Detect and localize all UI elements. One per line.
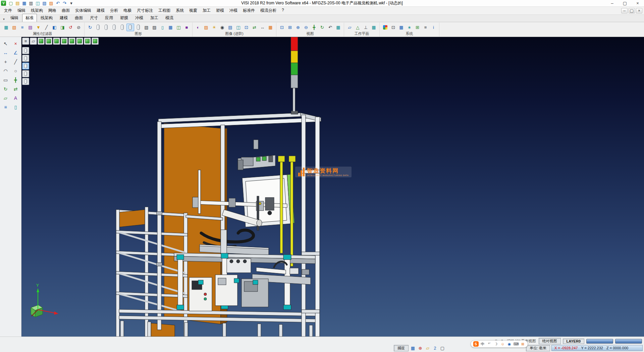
restore-button[interactable]: ▢ [619,0,631,6]
tab[interactable]: 线架构 [37,14,56,22]
machine-3d-model[interactable]: Y [21,37,644,337]
view-mode-box[interactable]: 绝对视图 [539,338,561,344]
menu-item[interactable]: 网格 [46,7,59,14]
mirror-icon[interactable]: ⇄ [11,85,20,93]
reset-filter-icon[interactable]: ↺ [67,24,74,31]
menu-item[interactable]: ? [279,7,287,14]
menu-item[interactable]: 建模 [94,7,107,14]
circle-icon[interactable]: ○ [11,67,20,75]
grid-display-icon[interactable]: ▦ [167,24,174,31]
paste-icon[interactable]: ▨ [48,0,54,6]
mdi-restore-button[interactable]: ▢ [629,8,635,13]
tab-overflow-dropdown[interactable]: ▾ [1,16,7,22]
workplane-3points-icon[interactable]: △ [354,24,362,31]
snapshot-icon[interactable]: ⊡ [243,24,250,31]
workplane-normal-icon[interactable]: ⊥ [362,24,370,31]
dimetric-view-icon[interactable] [92,38,99,45]
background-icon[interactable]: ▤ [226,24,234,31]
menu-item[interactable]: 工程图 [156,7,173,14]
measure-distance-icon[interactable]: ↔ [1,49,10,57]
tab[interactable]: 应用 [102,14,116,22]
menu-item[interactable]: 文件 [1,7,15,14]
front-view-icon[interactable] [53,38,60,45]
previous-view-icon[interactable]: ↶ [326,24,334,31]
text-icon[interactable]: A [11,94,20,102]
plot-icon[interactable]: ◫ [35,0,41,6]
tab[interactable]: 塑膜 [117,14,131,22]
layer-box[interactable]: LAYER0 [563,339,584,344]
menu-item[interactable]: 电极 [121,7,134,14]
type-filter-icon[interactable]: ▤ [26,24,34,31]
view-2-icon[interactable]: 2 [432,345,438,351]
mdi-minimize-button[interactable]: – [621,8,628,13]
redo-icon[interactable]: ↷ [61,0,68,6]
bottom-view-icon[interactable] [84,38,91,45]
menu-item[interactable]: 系统 [173,7,186,14]
arc-icon[interactable]: ◠ [1,67,10,75]
tab[interactable]: 冲模 [132,14,147,22]
apply-attributes-icon[interactable]: ◨ [59,24,66,31]
menu-item[interactable]: 尺寸标注 [134,7,156,14]
menu-item[interactable]: 编辑 [15,7,28,14]
render-settings-icon[interactable]: ■ [183,24,191,31]
ime-keyboard-icon[interactable]: ⌨ [513,341,519,347]
display-state-3-icon[interactable] [22,62,29,70]
attributes-icon[interactable]: ▦ [2,24,10,31]
view-slider-1[interactable] [586,339,613,344]
calculator-icon[interactable]: ⊞ [414,24,421,31]
pan-icon[interactable]: ╋ [310,24,318,31]
display-state-2-icon[interactable] [22,55,29,62]
match-properties-icon[interactable]: ◧ [51,24,58,31]
tab[interactable]: 模流 [162,14,177,22]
zoom-fit-icon[interactable]: ⊡ [278,24,286,31]
tab[interactable]: 尺寸 [87,14,101,22]
tab[interactable]: 加工 [147,14,162,22]
print-icon[interactable]: ▥ [28,0,34,6]
refresh-system-icon[interactable]: ∗ [406,24,413,31]
top-view-icon[interactable] [45,38,52,45]
menu-item[interactable]: 曲面 [59,7,72,14]
tab[interactable]: 编辑 [7,14,22,22]
snap-settings-icon[interactable]: ⊕ [417,345,423,351]
ime-toolbox-icon[interactable]: ⊞ [520,341,526,347]
open-file-icon[interactable]: ▤ [14,0,21,6]
layers-icon[interactable]: ≡ [1,103,10,111]
shaded-mode-icon[interactable] [126,24,134,31]
iso-view-icon[interactable] [38,38,45,45]
menu-item[interactable]: 塑模 [213,7,227,14]
workplane-manager-icon[interactable]: ▦ [370,24,378,31]
move-icon[interactable]: ╋ [11,76,20,84]
system-colors-icon[interactable] [381,24,389,31]
menu-item[interactable]: 冲模 [227,7,240,14]
sogou-logo-icon[interactable]: S [473,341,479,347]
options-icon[interactable]: ≡ [422,24,429,31]
mdi-close-button[interactable]: × [636,8,642,13]
ime-fullwidth-icon[interactable]: ☽ [493,341,499,347]
copy-icon[interactable]: ▧ [41,0,48,6]
quick-shade-mode-icon[interactable] [110,24,118,31]
named-views-icon[interactable]: ▦ [334,24,342,31]
gouraud-shade-mode-icon[interactable] [118,24,126,31]
eyedropper-icon[interactable]: ╱ [43,24,50,31]
line-icon[interactable]: ╱ [11,58,20,66]
snap-toggle-button[interactable]: 捕捉 [394,345,409,351]
info-icon[interactable]: i [430,24,437,31]
display-state-5-icon[interactable] [22,78,29,85]
tab[interactable]: 建模 [56,14,71,22]
tab[interactable]: 标准 [22,14,37,22]
orbit-icon[interactable]: ↻ [318,24,326,31]
menu-item[interactable]: 标准件 [240,7,258,14]
measure-image-icon[interactable]: ↔ [259,24,266,31]
menu-item[interactable]: 线架构 [28,7,46,14]
solid-display-icon[interactable]: ▧ [143,24,150,31]
hide-elements-icon[interactable]: ⊘ [75,24,83,31]
gallery-icon[interactable]: ▦ [267,24,274,31]
scale-icon[interactable]: ▱ [1,94,10,102]
tab[interactable]: 曲面 [71,14,86,22]
menu-item[interactable]: 视窗 [186,7,200,14]
rotate-icon[interactable]: ↻ [1,85,10,93]
viewport-3d[interactable]: Y ≡▱ 智造资料网 INTELLIGENT MANUFACTURING DAT… [21,37,644,337]
redraw-icon[interactable]: ↻ [86,24,94,31]
rectangle-icon[interactable]: ▭ [1,76,10,84]
save-icon[interactable]: ▦ [21,0,28,6]
